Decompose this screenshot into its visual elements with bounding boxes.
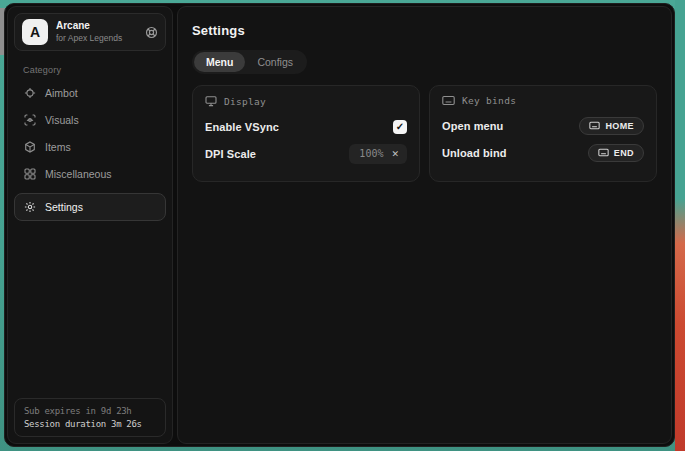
sidebar-nav: Aimbot Visuals Items [14, 79, 166, 221]
open-menu-row: Open menu HOME [442, 115, 644, 136]
tab-configs[interactable]: Configs [245, 52, 305, 72]
brand-logo: A [22, 19, 48, 45]
sidebar-item-label: Items [45, 141, 71, 153]
unload-bind-label: Unload bind [442, 147, 507, 159]
display-card-header: Display [205, 95, 407, 107]
sidebar-item-settings[interactable]: Settings [14, 193, 166, 221]
sidebar-item-label: Visuals [45, 114, 79, 126]
keybinds-card-title: Key binds [462, 95, 516, 106]
keybinds-card: Key binds Open menu HOME Unload bind [429, 85, 657, 182]
vsync-checkbox[interactable]: ✓ [393, 120, 407, 134]
sidebar-item-items[interactable]: Items [14, 133, 166, 160]
subscription-expiry: Sub expires in 9d 23h [24, 406, 156, 416]
keybinds-card-header: Key binds [442, 95, 644, 106]
dpi-label: DPI Scale [205, 148, 256, 160]
clear-icon[interactable]: ✕ [391, 149, 399, 159]
vsync-label: Enable VSync [205, 121, 279, 133]
sidebar-item-label: Settings [45, 201, 83, 213]
dpi-scale-input[interactable]: 100% ✕ [349, 144, 407, 164]
brand-name: Arcane [56, 20, 137, 33]
sidebar-item-label: Aimbot [45, 87, 78, 99]
open-menu-keybind-button[interactable]: HOME [579, 117, 644, 135]
display-card: Display Enable VSync ✓ DPI Scale 100% ✕ [192, 85, 420, 182]
main-panel: Settings Menu Configs Display Enable VSy… [177, 6, 672, 444]
dpi-row: DPI Scale 100% ✕ [205, 143, 407, 164]
crosshair-icon [24, 87, 36, 99]
backdrop-right-strip [675, 0, 685, 451]
sidebar-item-aimbot[interactable]: Aimbot [14, 79, 166, 106]
package-icon [24, 141, 36, 153]
keyboard-icon [598, 148, 609, 157]
monitor-icon [205, 95, 217, 107]
category-label: Category [23, 65, 166, 75]
page-title: Settings [192, 23, 657, 38]
display-card-title: Display [224, 96, 266, 107]
sidebar-item-visuals[interactable]: Visuals [14, 106, 166, 133]
unload-bind-row: Unload bind END [442, 142, 644, 163]
brand-subtitle: for Apex Legends [56, 33, 137, 44]
blocks-icon [24, 168, 36, 180]
session-duration: Session duration 3m 26s [24, 419, 156, 429]
settings-cards: Display Enable VSync ✓ DPI Scale 100% ✕ [192, 85, 657, 182]
brand-card[interactable]: A Arcane for Apex Legends [14, 13, 166, 51]
sidebar: A Arcane for Apex Legends Category [7, 6, 173, 444]
vsync-row: Enable VSync ✓ [205, 116, 407, 137]
brand-text: Arcane for Apex Legends [56, 20, 137, 43]
lifebuoy-icon[interactable] [145, 26, 158, 39]
scan-eye-icon [24, 114, 36, 126]
tab-menu[interactable]: Menu [194, 52, 245, 72]
keyboard-icon [589, 121, 600, 130]
dpi-scale-value: 100% [359, 148, 383, 159]
sidebar-item-miscellaneous[interactable]: Miscellaneous [14, 160, 166, 187]
subscription-box: Sub expires in 9d 23h Session duration 3… [14, 398, 166, 437]
unload-keybind-button[interactable]: END [588, 144, 644, 162]
open-menu-label: Open menu [442, 120, 503, 132]
overlay-window: A Arcane for Apex Legends Category [4, 3, 675, 447]
unload-bind-key: END [614, 148, 634, 158]
keyboard-icon [442, 95, 455, 106]
sidebar-item-label: Miscellaneous [45, 168, 112, 180]
open-menu-key: HOME [605, 121, 634, 131]
gear-icon [24, 201, 36, 213]
tab-bar: Menu Configs [192, 50, 307, 74]
